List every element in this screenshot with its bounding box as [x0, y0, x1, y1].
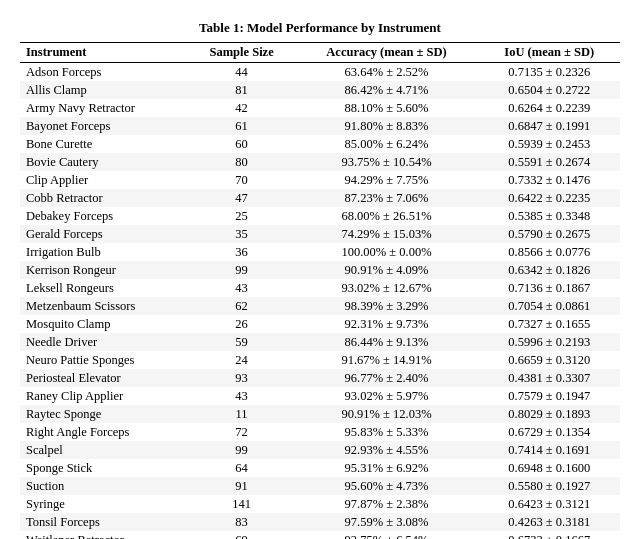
table-row: Scalpel9992.93% ± 4.55%0.7414 ± 0.1691 [20, 441, 620, 459]
table-row: Syringe14197.87% ± 2.38%0.6423 ± 0.3121 [20, 495, 620, 513]
table-row: Bayonet Forceps6191.80% ± 8.83%0.6847 ± … [20, 117, 620, 135]
table-row: Suction9195.60% ± 4.73%0.5580 ± 0.1927 [20, 477, 620, 495]
table-row: Allis Clamp8186.42% ± 4.71%0.6504 ± 0.27… [20, 81, 620, 99]
table-row: Tonsil Forceps8397.59% ± 3.08%0.4263 ± 0… [20, 513, 620, 531]
cell-instrument: Allis Clamp [20, 81, 189, 99]
cell-sample-size: 81 [189, 81, 295, 99]
cell-sample-size: 141 [189, 495, 295, 513]
cell-accuracy: 91.80% ± 8.83% [295, 117, 479, 135]
cell-accuracy: 63.64% ± 2.52% [295, 63, 479, 82]
cell-accuracy: 86.44% ± 9.13% [295, 333, 479, 351]
cell-accuracy: 68.00% ± 26.51% [295, 207, 479, 225]
cell-iou: 0.6342 ± 0.1826 [478, 261, 620, 279]
cell-instrument: Tonsil Forceps [20, 513, 189, 531]
cell-iou: 0.7054 ± 0.0861 [478, 297, 620, 315]
cell-instrument: Mosquito Clamp [20, 315, 189, 333]
cell-accuracy: 98.39% ± 3.29% [295, 297, 479, 315]
cell-sample-size: 42 [189, 99, 295, 117]
cell-sample-size: 83 [189, 513, 295, 531]
cell-instrument: Weitlaner Retractor [20, 531, 189, 539]
cell-sample-size: 69 [189, 531, 295, 539]
cell-sample-size: 93 [189, 369, 295, 387]
cell-iou: 0.5790 ± 0.2675 [478, 225, 620, 243]
table-row: Clip Applier7094.29% ± 7.75%0.7332 ± 0.1… [20, 171, 620, 189]
table-row: Weitlaner Retractor6992.75% ± 6.54%0.673… [20, 531, 620, 539]
table-row: Raney Clip Applier4393.02% ± 5.97%0.7579… [20, 387, 620, 405]
col-accuracy: Accuracy (mean ± SD) [295, 43, 479, 63]
cell-sample-size: 36 [189, 243, 295, 261]
cell-accuracy: 96.77% ± 2.40% [295, 369, 479, 387]
table-row: Kerrison Rongeur9990.91% ± 4.09%0.6342 ±… [20, 261, 620, 279]
cell-accuracy: 88.10% ± 5.60% [295, 99, 479, 117]
cell-instrument: Army Navy Retractor [20, 99, 189, 117]
table-row: Periosteal Elevator9396.77% ± 2.40%0.438… [20, 369, 620, 387]
cell-instrument: Bovie Cautery [20, 153, 189, 171]
table-container: Table 1: Model Performance by Instrument… [20, 20, 620, 539]
cell-sample-size: 44 [189, 63, 295, 82]
cell-iou: 0.6422 ± 0.2235 [478, 189, 620, 207]
table-row: Leksell Rongeurs4393.02% ± 12.67%0.7136 … [20, 279, 620, 297]
cell-sample-size: 47 [189, 189, 295, 207]
cell-iou: 0.7579 ± 0.1947 [478, 387, 620, 405]
table-row: Bovie Cautery8093.75% ± 10.54%0.5591 ± 0… [20, 153, 620, 171]
cell-instrument: Leksell Rongeurs [20, 279, 189, 297]
cell-iou: 0.6948 ± 0.1600 [478, 459, 620, 477]
table-row: Debakey Forceps2568.00% ± 26.51%0.5385 ±… [20, 207, 620, 225]
cell-accuracy: 97.87% ± 2.38% [295, 495, 479, 513]
cell-sample-size: 61 [189, 117, 295, 135]
cell-sample-size: 35 [189, 225, 295, 243]
cell-instrument: Kerrison Rongeur [20, 261, 189, 279]
table-row: Sponge Stick6495.31% ± 6.92%0.6948 ± 0.1… [20, 459, 620, 477]
cell-sample-size: 60 [189, 135, 295, 153]
cell-accuracy: 93.02% ± 5.97% [295, 387, 479, 405]
cell-iou: 0.6504 ± 0.2722 [478, 81, 620, 99]
cell-instrument: Irrigation Bulb [20, 243, 189, 261]
cell-accuracy: 93.02% ± 12.67% [295, 279, 479, 297]
cell-accuracy: 86.42% ± 4.71% [295, 81, 479, 99]
cell-accuracy: 94.29% ± 7.75% [295, 171, 479, 189]
cell-accuracy: 90.91% ± 12.03% [295, 405, 479, 423]
cell-iou: 0.5385 ± 0.3348 [478, 207, 620, 225]
cell-sample-size: 70 [189, 171, 295, 189]
table-row: Cobb Retractor4787.23% ± 7.06%0.6422 ± 0… [20, 189, 620, 207]
cell-instrument: Gerald Forceps [20, 225, 189, 243]
cell-accuracy: 85.00% ± 6.24% [295, 135, 479, 153]
cell-accuracy: 92.75% ± 6.54% [295, 531, 479, 539]
cell-sample-size: 24 [189, 351, 295, 369]
table-title: Table 1: Model Performance by Instrument [20, 20, 620, 36]
cell-instrument: Bone Curette [20, 135, 189, 153]
cell-instrument: Adson Forceps [20, 63, 189, 82]
cell-iou: 0.6423 ± 0.3121 [478, 495, 620, 513]
cell-iou: 0.6264 ± 0.2239 [478, 99, 620, 117]
cell-iou: 0.6733 ± 0.1667 [478, 531, 620, 539]
cell-sample-size: 43 [189, 279, 295, 297]
cell-accuracy: 74.29% ± 15.03% [295, 225, 479, 243]
cell-instrument: Cobb Retractor [20, 189, 189, 207]
cell-instrument: Scalpel [20, 441, 189, 459]
table-label: Table 1: [199, 20, 244, 35]
cell-iou: 0.7135 ± 0.2326 [478, 63, 620, 82]
cell-instrument: Syringe [20, 495, 189, 513]
cell-accuracy: 92.93% ± 4.55% [295, 441, 479, 459]
cell-instrument: Clip Applier [20, 171, 189, 189]
cell-accuracy: 95.83% ± 5.33% [295, 423, 479, 441]
cell-iou: 0.6659 ± 0.3120 [478, 351, 620, 369]
cell-iou: 0.7332 ± 0.1476 [478, 171, 620, 189]
cell-accuracy: 92.31% ± 9.73% [295, 315, 479, 333]
cell-iou: 0.7327 ± 0.1655 [478, 315, 620, 333]
cell-iou: 0.5591 ± 0.2674 [478, 153, 620, 171]
cell-sample-size: 62 [189, 297, 295, 315]
cell-accuracy: 95.31% ± 6.92% [295, 459, 479, 477]
cell-iou: 0.5939 ± 0.2453 [478, 135, 620, 153]
cell-sample-size: 43 [189, 387, 295, 405]
table-header-row: Instrument Sample Size Accuracy (mean ± … [20, 43, 620, 63]
table-row: Neuro Pattie Sponges2491.67% ± 14.91%0.6… [20, 351, 620, 369]
table-row: Raytec Sponge1190.91% ± 12.03%0.8029 ± 0… [20, 405, 620, 423]
cell-accuracy: 91.67% ± 14.91% [295, 351, 479, 369]
cell-iou: 0.7414 ± 0.1691 [478, 441, 620, 459]
cell-instrument: Sponge Stick [20, 459, 189, 477]
cell-instrument: Needle Driver [20, 333, 189, 351]
col-instrument: Instrument [20, 43, 189, 63]
col-iou: IoU (mean ± SD) [478, 43, 620, 63]
table-row: Bone Curette6085.00% ± 6.24%0.5939 ± 0.2… [20, 135, 620, 153]
